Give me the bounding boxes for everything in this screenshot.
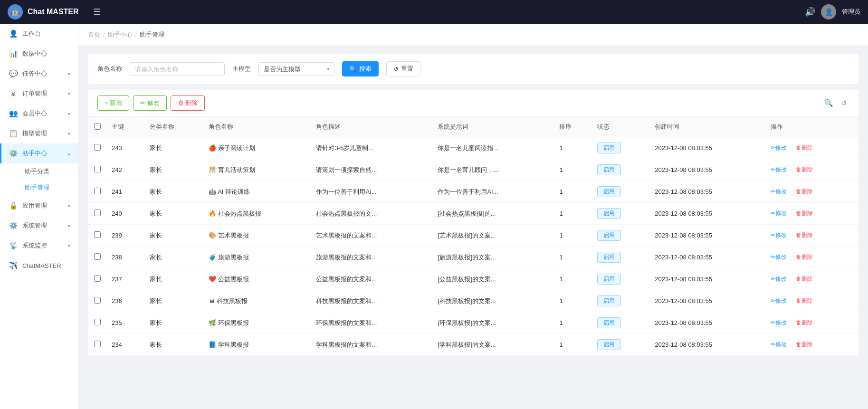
cell-id: 236 [107, 290, 145, 312]
sidebar-item-order-management[interactable]: ¥ 订单管理 ▾ [0, 84, 78, 104]
app-icon: 🔒 [9, 201, 18, 210]
add-button[interactable]: + 新增 [97, 95, 129, 111]
edit-action-link[interactable]: ✏修改 [771, 188, 787, 195]
monitor-icon: 📡 [9, 241, 18, 250]
data-table: 主键 分类名称 角色名称 角色描述 系统提示词 排序 状态 创建时间 操作 [88, 117, 858, 356]
search-icon-button[interactable]: 🔍 [822, 97, 835, 109]
select-all-checkbox[interactable] [94, 123, 101, 130]
menu-icon[interactable]: ☰ [93, 7, 101, 17]
cell-role-name: 🎊 育儿活动策划 [204, 159, 311, 181]
row-checkbox[interactable] [94, 231, 101, 238]
sidebar-item-label: 系统管理 [22, 221, 63, 230]
sidebar-item-workbench[interactable]: 👤 工作台 [0, 24, 78, 44]
row-checkbox[interactable] [94, 166, 101, 172]
cell-role-name: 🍎 亲子阅读计划 [204, 137, 311, 159]
edit-button[interactable]: ✏ 修改 [133, 95, 167, 111]
status-badge: 启用 [597, 230, 621, 241]
logo-icon: 🤖 [8, 4, 23, 19]
table-row: 237 家长 ❤️ 公益黑板报 公益黑板报的文案和... [公益黑板报]的文案.… [88, 268, 858, 290]
sidebar-item-task-center[interactable]: 💬 任务中心 ▾ [0, 64, 78, 84]
cell-created-at: 2023-12-08 08:03:55 [650, 203, 766, 225]
sidebar-sub-item-assistant-management[interactable]: 助手管理 [21, 180, 78, 196]
sidebar-item-system-monitor[interactable]: 📡 系统监控 ▾ [0, 236, 78, 256]
cell-prompt: [旅游黑板报]的文案... [433, 247, 554, 268]
edit-action-link[interactable]: ✏修改 [771, 276, 787, 282]
breadcrumb-home[interactable]: 首页 [88, 30, 100, 39]
edit-action-link[interactable]: ✏修改 [771, 319, 787, 326]
table-row: 241 家长 🤖 AI 辩论训练 作为一位善于利用AI... 作为一位善于利用A… [88, 181, 858, 203]
table-row: 236 家长 🖥 科技黑板报 科技黑板报的文案和... [科技黑板报]的文案..… [88, 290, 858, 312]
sound-icon[interactable]: 🔊 [805, 7, 815, 17]
sidebar-item-member-center[interactable]: 👥 会员中心 ▾ [0, 104, 78, 124]
reset-button[interactable]: ↺ 重置 [386, 61, 420, 76]
cell-created-at: 2023-12-08 08:03:55 [650, 181, 766, 203]
cell-role-name: 🌿 环保黑板报 [204, 312, 311, 334]
cell-actions: ✏修改 | 🗑删除 [766, 268, 858, 290]
edit-action-link[interactable]: ✏修改 [771, 166, 787, 173]
row-checkbox[interactable] [94, 144, 101, 151]
cell-sort: 1 [554, 203, 592, 225]
cell-role-name: 🤖 AI 辩论训练 [204, 181, 311, 203]
row-checkbox[interactable] [94, 253, 101, 260]
cell-actions: ✏修改 | 🗑删除 [766, 137, 858, 159]
delete-action-link[interactable]: 🗑删除 [796, 319, 813, 326]
sidebar-item-data-center[interactable]: 📊 数据中心 [0, 44, 78, 64]
edit-action-link[interactable]: ✏修改 [771, 232, 787, 238]
delete-action-link[interactable]: 🗑删除 [796, 188, 813, 195]
sidebar-item-system-management[interactable]: ⚙️ 系统管理 ▾ [0, 216, 78, 236]
row-checkbox[interactable] [94, 297, 101, 304]
delete-button[interactable]: 🗑 删除 [171, 95, 205, 111]
sidebar-item-label: 应用管理 [22, 201, 63, 210]
role-name-input[interactable] [130, 62, 225, 76]
row-checkbox[interactable] [94, 209, 101, 216]
row-checkbox[interactable] [94, 341, 101, 347]
delete-action-link[interactable]: 🗑删除 [796, 232, 813, 238]
cell-actions: ✏修改 | 🗑删除 [766, 334, 858, 356]
delete-action-link[interactable]: 🗑删除 [796, 144, 813, 151]
row-checkbox-cell [88, 290, 107, 312]
avatar[interactable]: 👤 [821, 4, 836, 19]
row-checkbox-cell [88, 312, 107, 334]
search-button[interactable]: 🔍 搜索 [342, 61, 379, 76]
cell-category: 家长 [145, 137, 204, 159]
th-role-name: 角色名称 [204, 117, 311, 137]
th-sort: 排序 [554, 117, 592, 137]
breadcrumb-assistant-center[interactable]: 助手中心 [108, 30, 133, 39]
assistant-sub-menu: 助手分类 助手管理 [0, 163, 78, 196]
cell-id: 237 [107, 268, 145, 290]
sidebar-item-model-management[interactable]: 📋 模型管理 ▾ [0, 124, 78, 143]
cell-prompt: 你是一名育儿顾问，... [433, 159, 554, 181]
delete-action-link[interactable]: 🗑删除 [796, 276, 813, 282]
delete-action-link[interactable]: 🗑删除 [796, 254, 813, 260]
edit-action-link[interactable]: ✏修改 [771, 254, 787, 260]
cell-role-desc: 社会热点黑板报的文... [311, 203, 433, 225]
row-checkbox[interactable] [94, 319, 101, 325]
main-model-select[interactable]: 是否为主模型 是 否 [258, 62, 334, 76]
status-badge: 启用 [597, 252, 621, 263]
edit-action-link[interactable]: ✏修改 [771, 210, 787, 217]
delete-action-link[interactable]: 🗑删除 [796, 210, 813, 217]
row-checkbox[interactable] [94, 188, 101, 194]
sidebar-item-label: 模型管理 [22, 129, 63, 138]
cell-status: 启用 [592, 290, 650, 312]
assistant-icon: ⚙️ [9, 149, 18, 158]
cell-id: 242 [107, 159, 145, 181]
cell-actions: ✏修改 | 🗑删除 [766, 290, 858, 312]
delete-action-link[interactable]: 🗑删除 [796, 341, 813, 348]
sidebar-item-label: ChatMASTER [22, 262, 70, 269]
edit-action-link[interactable]: ✏修改 [771, 297, 787, 304]
th-prompt: 系统提示词 [433, 117, 554, 137]
edit-action-link[interactable]: ✏修改 [771, 144, 787, 151]
sidebar-item-app-management[interactable]: 🔒 应用管理 ▾ [0, 196, 78, 216]
sidebar-item-chatmaster[interactable]: ✈️ ChatMASTER [0, 256, 78, 276]
row-checkbox[interactable] [94, 275, 101, 282]
sidebar-item-assistant-center[interactable]: ⚙️ 助手中心 ▴ [0, 143, 78, 163]
status-badge: 启用 [597, 164, 621, 175]
table-body: 243 家长 🍎 亲子阅读计划 请针对3-5岁儿童制... 你是一名儿童阅读指.… [88, 137, 858, 356]
edit-action-link[interactable]: ✏修改 [771, 341, 787, 348]
cell-sort: 1 [554, 290, 592, 312]
refresh-icon-button[interactable]: ↺ [839, 97, 849, 109]
delete-action-link[interactable]: 🗑删除 [796, 297, 813, 304]
sidebar-sub-item-assistant-category[interactable]: 助手分类 [21, 163, 78, 180]
delete-action-link[interactable]: 🗑删除 [796, 166, 813, 173]
